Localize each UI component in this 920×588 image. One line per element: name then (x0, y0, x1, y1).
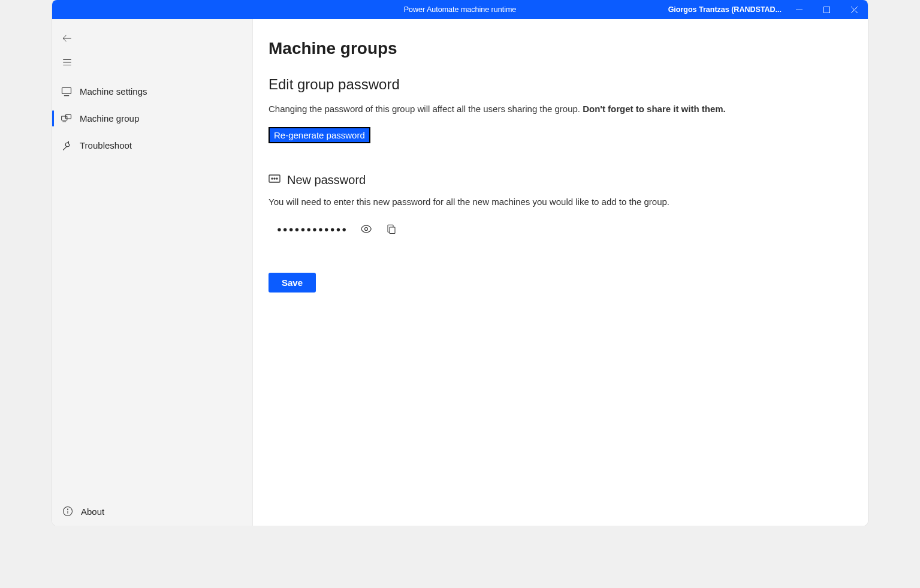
user-account-label[interactable]: Giorgos Trantzas (RANDSTAD... (668, 5, 785, 14)
nav-machine-settings[interactable]: Machine settings (52, 78, 252, 105)
svg-point-20 (365, 228, 368, 231)
new-password-header: New password (269, 173, 852, 187)
sidebar: Machine settings Machine group (52, 19, 253, 526)
app-window: Power Automate machine runtime Giorgos T… (52, 0, 868, 526)
nav-label: Troubleshoot (80, 140, 132, 150)
back-arrow-icon (62, 33, 73, 44)
eye-icon (360, 223, 372, 235)
section-desc-bold: Don't forget to share it with them. (583, 104, 726, 114)
section-title: Edit group password (269, 76, 852, 93)
minimize-icon (796, 7, 803, 13)
password-value-row: ●●●●●●●●●●●● (269, 222, 852, 236)
nav-troubleshoot[interactable]: Troubleshoot (52, 132, 252, 159)
svg-point-18 (274, 178, 275, 179)
maximize-button[interactable] (813, 0, 840, 19)
new-password-label: New password (287, 173, 366, 187)
show-password-button[interactable] (360, 222, 373, 236)
window-title: Power Automate machine runtime (404, 5, 517, 14)
nav-about[interactable]: About (52, 497, 252, 526)
svg-rect-21 (390, 227, 395, 234)
wrench-icon (61, 140, 73, 152)
password-masked-value: ●●●●●●●●●●●● (277, 225, 348, 234)
svg-rect-10 (62, 116, 67, 120)
machine-group-icon (61, 113, 73, 125)
svg-rect-1 (824, 7, 829, 13)
svg-point-15 (67, 509, 68, 509)
back-button[interactable] (52, 26, 252, 50)
about-label: About (81, 506, 104, 517)
minimize-button[interactable] (785, 0, 813, 19)
nav-label: Machine settings (80, 86, 147, 97)
section-desc-text: Changing the password of this group will… (269, 104, 583, 114)
nav-list: Machine settings Machine group (52, 78, 252, 159)
titlebar: Power Automate machine runtime Giorgos T… (52, 0, 868, 19)
hamburger-button[interactable] (52, 50, 252, 74)
maximize-icon (824, 7, 830, 13)
close-button[interactable] (840, 0, 868, 19)
svg-point-17 (272, 178, 273, 179)
svg-point-19 (276, 178, 277, 179)
password-field-icon (269, 174, 280, 186)
close-icon (851, 7, 858, 13)
save-button[interactable]: Save (269, 273, 316, 293)
section-description: Changing the password of this group will… (269, 104, 852, 114)
new-password-section: New password You will need to enter this… (269, 173, 852, 236)
nav-machine-group[interactable]: Machine group (52, 105, 252, 132)
svg-rect-8 (62, 88, 71, 94)
nav-label: Machine group (80, 113, 139, 123)
hamburger-icon (62, 57, 73, 68)
page-title: Machine groups (269, 39, 852, 58)
info-icon (62, 505, 74, 517)
app-body: Machine settings Machine group (52, 19, 868, 526)
copy-password-button[interactable] (385, 222, 398, 236)
svg-rect-11 (65, 114, 71, 119)
regenerate-password-button[interactable]: Re-generate password (269, 127, 370, 143)
new-password-description: You will need to enter this new password… (269, 197, 852, 207)
main-content: Machine groups Edit group password Chang… (253, 19, 868, 526)
desktop-icon (61, 86, 73, 98)
window-controls (785, 0, 868, 19)
copy-icon (386, 224, 397, 234)
